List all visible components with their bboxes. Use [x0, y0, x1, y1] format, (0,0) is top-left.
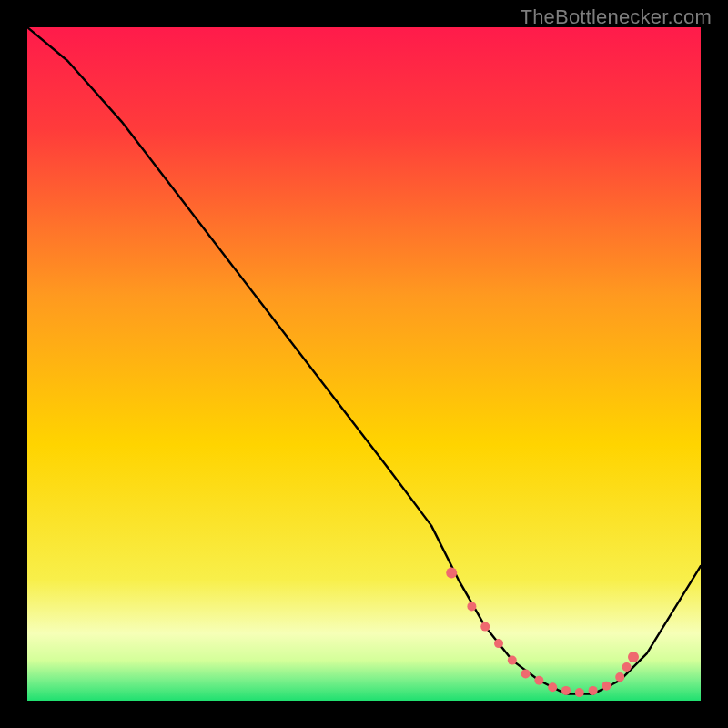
- marker-dot: [467, 602, 476, 611]
- marker-dot: [534, 676, 543, 685]
- marker-dot: [628, 652, 639, 662]
- marker-dot: [480, 622, 490, 632]
- marker-dot: [622, 662, 632, 672]
- gradient-background: [27, 27, 701, 701]
- marker-dot: [561, 686, 571, 695]
- marker-dot: [446, 567, 457, 578]
- marker-dot: [589, 686, 598, 695]
- marker-dot: [548, 682, 557, 692]
- marker-dot: [602, 682, 611, 691]
- chart-svg: [27, 27, 701, 701]
- chart-plot-area: [27, 27, 701, 701]
- marker-dot: [615, 672, 624, 682]
- marker-dot: [521, 669, 531, 678]
- chart-frame: TheBottlenecker.com: [0, 0, 728, 728]
- marker-dot: [494, 639, 503, 648]
- attribution-label: TheBottlenecker.com: [521, 5, 712, 29]
- marker-dot: [508, 656, 517, 665]
- marker-dot: [575, 688, 584, 697]
